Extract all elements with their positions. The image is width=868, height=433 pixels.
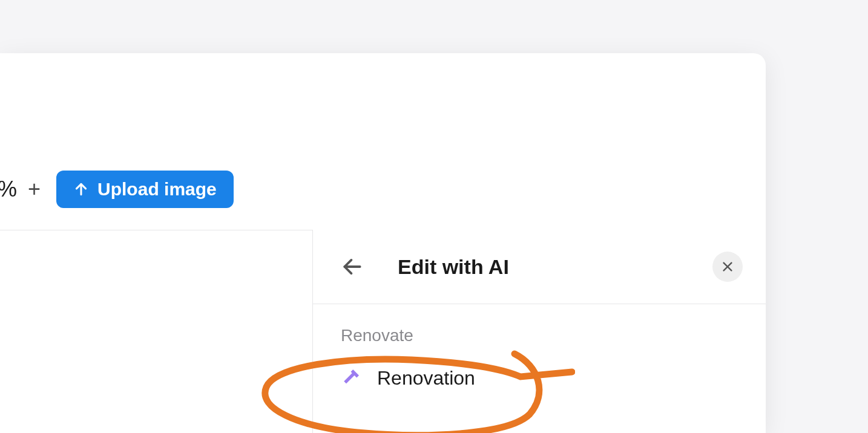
upload-button-label: Upload image [97,179,217,200]
hammer-icon [341,368,363,389]
toolbar-left-group: % + Upload image [0,171,234,208]
zoom-in-icon[interactable]: + [28,177,41,202]
ai-panel-body: Renovate Renovation [313,304,766,414]
menu-item-label: Renovation [377,367,475,389]
ai-panel-title: Edit with AI [398,255,712,279]
toolbar: % + Upload image [0,168,766,210]
ai-panel-header: Edit with AI [313,230,766,304]
menu-item-renovation[interactable]: Renovation [341,365,738,392]
close-button[interactable] [712,252,743,282]
section-label-renovate: Renovate [341,326,738,345]
zoom-percent-fragment: % [0,177,17,202]
back-arrow-icon[interactable] [341,255,364,278]
edit-with-ai-panel: Edit with AI Renovate Renovation [312,230,766,433]
app-window: % + Upload image Edit wit [0,53,766,433]
upload-image-button[interactable]: Upload image [56,171,234,208]
upload-arrow-icon [73,181,89,197]
